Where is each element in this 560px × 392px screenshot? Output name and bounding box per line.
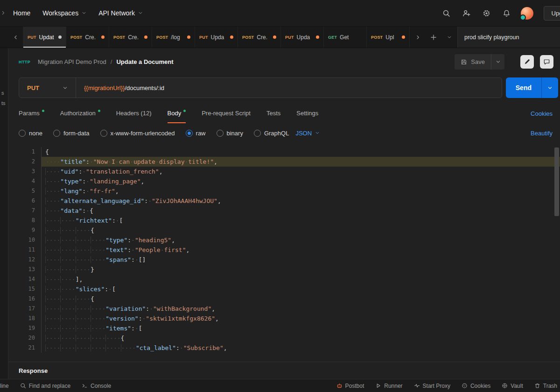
cookies-link[interactable]: Cookies: [531, 104, 553, 123]
code-line[interactable]: 9············{: [8, 225, 560, 235]
request-tab-post-log[interactable]: POST/log: [152, 27, 195, 48]
status-postbot[interactable]: Postbot: [336, 383, 364, 389]
response-label[interactable]: Response: [19, 367, 48, 374]
status-console[interactable]: Console: [82, 383, 111, 389]
indent-guide: ····: [60, 335, 75, 342]
code-line[interactable]: 19················"items":·[: [8, 323, 560, 333]
tab-body[interactable]: Body: [168, 104, 186, 123]
status-right: PostbotRunnerStart ProxyCookiesVaultTras…: [336, 383, 557, 389]
status-trash[interactable]: Trash: [534, 383, 557, 389]
status-vault[interactable]: Vault: [502, 383, 523, 389]
code-line[interactable]: 7····"data":·{: [8, 206, 560, 216]
tab-params[interactable]: Params: [19, 104, 44, 123]
nav-item-label: API Network: [98, 9, 135, 17]
code-line[interactable]: 21························"cta_label":·"…: [8, 343, 560, 353]
json-string: "sktwi1xtmkfgx8626": [146, 315, 215, 322]
body-mode-label: form-data: [63, 130, 90, 137]
tab-title: Cre.: [128, 34, 141, 41]
code-line[interactable]: 2····"title":·"Now·I·can·update·display·…: [8, 157, 560, 167]
send-options-button[interactable]: [541, 77, 558, 98]
code-line[interactable]: 11················"text":·"People·first"…: [8, 245, 560, 255]
status-cookies[interactable]: Cookies: [462, 383, 490, 389]
save-options-button[interactable]: [491, 54, 504, 70]
code-line[interactable]: 1{: [8, 147, 560, 157]
indent-guide: ····: [76, 315, 91, 322]
tab-options-button[interactable]: [441, 27, 457, 48]
code-line[interactable]: 5····"lang":·"fr-fr",: [8, 186, 560, 196]
body-mode-binary[interactable]: binary: [217, 130, 243, 137]
invite-icon[interactable]: [462, 9, 470, 17]
upgrade-button[interactable]: Upgra: [544, 6, 560, 21]
code-line[interactable]: 3····"uid":·"translation_french",: [8, 167, 560, 176]
send-label[interactable]: Send: [506, 77, 541, 98]
clipped-nav-arrow-icon[interactable]: [0, 10, 6, 15]
status-runner[interactable]: Runner: [375, 383, 402, 389]
tab-tests[interactable]: Tests: [266, 104, 280, 123]
rename-button[interactable]: [520, 55, 534, 69]
code-line[interactable]: 18················"version":·"sktwi1xtmk…: [8, 314, 560, 323]
indent-guide: ····: [60, 227, 75, 234]
comment-button[interactable]: [540, 55, 553, 69]
request-tab-post-upl[interactable]: POSTUpl: [367, 27, 410, 48]
environment-selector[interactable]: prod slicify playgroun: [457, 27, 560, 48]
code-line[interactable]: 8········"richtext":·[: [8, 216, 560, 225]
breadcrumb-collection[interactable]: Migration API Demo Prod: [38, 58, 106, 65]
request-tab-post-cre[interactable]: POSTCre.: [109, 27, 152, 48]
tab-headers[interactable]: Headers (12): [116, 104, 152, 123]
save-button[interactable]: Save: [455, 54, 504, 70]
status-line[interactable]: line: [0, 383, 9, 389]
url-input[interactable]: {{migrationUrl}}/documents/:id: [76, 84, 164, 91]
new-tab-button[interactable]: [426, 27, 441, 48]
search-icon[interactable]: [442, 9, 450, 17]
request-tab-get-get[interactable]: GETGet: [324, 27, 367, 48]
code-content: ····"alternate_language_id":·"ZivJOhAAAH…: [41, 196, 560, 206]
request-tab-post-cre[interactable]: POSTCre.: [238, 27, 281, 48]
code-line[interactable]: 4····"type":·"landing_page",: [8, 176, 560, 186]
code-line[interactable]: 14········],: [8, 274, 560, 284]
body-mode-raw[interactable]: raw: [186, 130, 206, 137]
request-tab-put-upda[interactable]: PUTUpda: [281, 27, 324, 48]
body-mode-group: noneform-datax-www-form-urlencodedrawbin…: [19, 130, 289, 137]
settings-icon[interactable]: [483, 9, 490, 17]
tabs-scroll-right-button[interactable]: [410, 27, 426, 48]
code-line[interactable]: 20····················{: [8, 333, 560, 343]
tab-authorization[interactable]: Authorization: [60, 104, 100, 123]
body-mode-none[interactable]: none: [19, 130, 42, 137]
code-line[interactable]: 13············}: [8, 265, 560, 274]
request-tab-put-upda[interactable]: PUTUpda: [195, 27, 238, 48]
nav-item-home[interactable]: Home: [13, 9, 30, 17]
vault-icon: [502, 383, 508, 389]
method-selector[interactable]: PUT: [19, 78, 76, 98]
request-config-tab-label: Headers (12): [116, 110, 152, 117]
code-line[interactable]: 17················"variation":·"withBack…: [8, 304, 560, 314]
beautify-link[interactable]: Beautify: [531, 130, 553, 137]
breadcrumb-request-name[interactable]: Update a Document: [116, 58, 173, 65]
notifications-icon[interactable]: [503, 9, 511, 17]
code-line[interactable]: 15········"slices":·[: [8, 284, 560, 294]
language-selector[interactable]: JSON: [295, 130, 320, 137]
nav-item-api-network[interactable]: API Network: [98, 9, 143, 17]
send-button[interactable]: Send: [506, 77, 558, 98]
tab-settings[interactable]: Settings: [296, 104, 318, 123]
code-line[interactable]: 16············{: [8, 294, 560, 304]
console-icon: [82, 383, 88, 389]
request-tab-post-cre[interactable]: POSTCre.: [66, 27, 109, 48]
body-mode-x-www-form-urlencoded[interactable]: x-www-form-urlencoded: [100, 130, 175, 137]
editor-scrollbar[interactable]: [554, 147, 559, 216]
body-mode-form-data[interactable]: form-data: [53, 130, 90, 137]
tabs-scroll-left-button[interactable]: [8, 27, 23, 48]
code-line[interactable]: 12················"spans":·[]: [8, 255, 560, 265]
status-start-proxy[interactable]: Start Proxy: [414, 383, 450, 389]
request-tab-put-updat[interactable]: PUTUpdat: [23, 27, 66, 48]
avatar[interactable]: [521, 7, 533, 20]
nav-item-workspaces[interactable]: Workspaces: [42, 9, 86, 17]
tab-pre-request-script[interactable]: Pre-request Script: [202, 104, 251, 123]
save-main[interactable]: Save: [455, 54, 491, 70]
code-line[interactable]: 6····"alternate_language_id":·"ZivJOhAAA…: [8, 196, 560, 206]
body-mode-graphql[interactable]: GraphQL: [254, 130, 289, 137]
line-number: 20: [8, 333, 41, 343]
status-find-and-replace[interactable]: Find and replace: [20, 383, 70, 389]
json-punctuation: :: [146, 305, 149, 312]
json-key: "type": [105, 237, 127, 244]
code-line[interactable]: 10················"type":·"heading5",: [8, 235, 560, 245]
